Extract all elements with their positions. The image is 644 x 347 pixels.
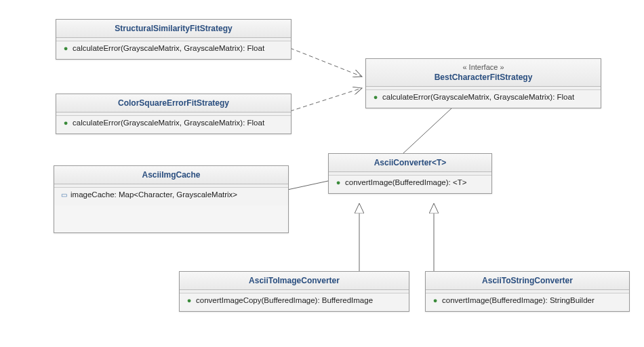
interface-name: BestCharacterFitStrategy (435, 73, 533, 82)
class-ascii-to-string: AsciiToStringConverter convertImage(Buff… (425, 271, 630, 312)
class-title: ColorSquareErrorFitStrategy (56, 94, 291, 113)
method-icon (371, 93, 380, 101)
method-icon (431, 296, 439, 304)
method-label: convertImage(BufferedImage): StringBuild… (442, 296, 595, 304)
class-structural-similarity: StructuralSimilarityFitStrategy calculat… (56, 19, 291, 60)
method-label: calculateError(GrayscaleMatrix, Grayscal… (382, 93, 574, 101)
method-label: convertImage(BufferedImage): <T> (345, 178, 466, 186)
interface-best-character-fit: « Interface » BestCharacterFitStrategy c… (365, 58, 601, 108)
svg-line-2 (403, 108, 452, 153)
method-icon (62, 119, 70, 127)
method-icon (185, 296, 193, 304)
class-title: AsciiConverter<T> (329, 154, 491, 172)
class-title: « Interface » BestCharacterFitStrategy (366, 59, 601, 87)
method-icon (334, 178, 342, 186)
field-label: imageCache: Map<Character, GrayscaleMatr… (71, 190, 237, 199)
svg-line-1 (290, 88, 362, 111)
class-title: AsciiImgCache (54, 166, 288, 184)
class-ascii-converter: AsciiConverter<T> convertImage(BufferedI… (328, 153, 492, 194)
method-icon (62, 44, 70, 52)
svg-line-3 (287, 181, 328, 190)
class-ascii-to-image: AsciiToImageConverter convertImageCopy(B… (179, 271, 409, 312)
class-ascii-img-cache: AsciiImgCache imageCache: Map<Character,… (54, 165, 289, 233)
class-title: StructuralSimilarityFitStrategy (56, 20, 291, 38)
class-title: AsciiToImageConverter (180, 272, 409, 290)
class-color-square: ColorSquareErrorFitStrategy calculateErr… (56, 94, 291, 134)
svg-line-0 (290, 48, 362, 77)
method-label: convertImageCopy(BufferedImage): Buffere… (196, 296, 373, 304)
method-label: calculateError(GrayscaleMatrix, Grayscal… (73, 44, 264, 52)
class-title: AsciiToStringConverter (426, 272, 629, 290)
field-icon (60, 190, 68, 199)
stereotype-label: « Interface » (371, 63, 595, 71)
method-label: calculateError(GrayscaleMatrix, Grayscal… (73, 119, 264, 127)
